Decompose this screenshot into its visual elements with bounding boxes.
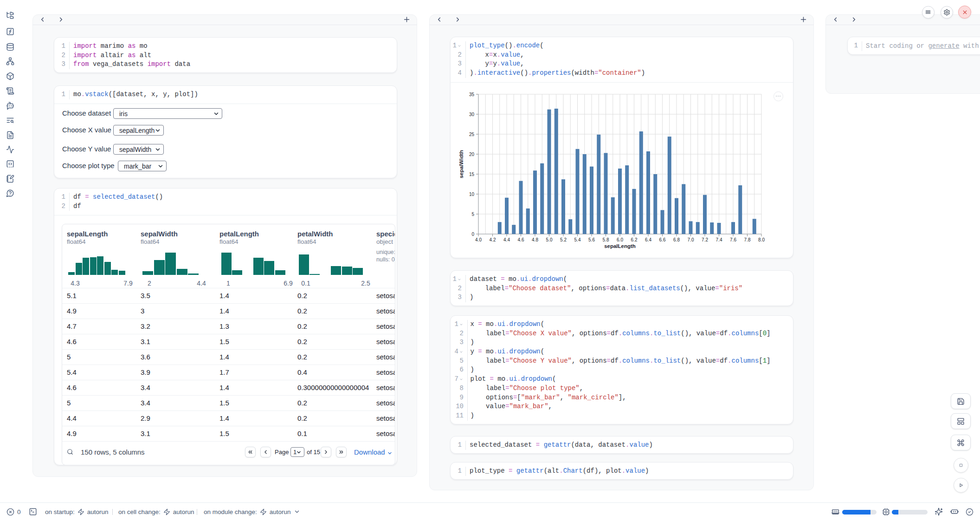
svg-text:6.0: 6.0 [617, 237, 623, 242]
svg-text:35: 35 [469, 92, 475, 97]
svg-text:6.4: 6.4 [645, 237, 651, 242]
svg-text:5.6: 5.6 [588, 237, 595, 242]
svg-text:7.6: 7.6 [730, 237, 736, 242]
svg-text:15: 15 [469, 172, 475, 177]
svg-text:5.2: 5.2 [560, 237, 567, 242]
svg-text:7.8: 7.8 [744, 237, 751, 242]
svg-text:6.6: 6.6 [659, 237, 666, 242]
svg-text:10: 10 [469, 192, 475, 197]
svg-text:4.8: 4.8 [532, 237, 538, 242]
svg-text:25: 25 [469, 132, 475, 137]
svg-text:7.4: 7.4 [716, 237, 722, 242]
svg-text:5: 5 [471, 212, 474, 217]
svg-text:8.0: 8.0 [758, 237, 765, 242]
svg-text:5.0: 5.0 [546, 237, 553, 242]
svg-text:7.2: 7.2 [702, 237, 708, 242]
svg-text:5.8: 5.8 [603, 237, 609, 242]
svg-text:4.4: 4.4 [503, 237, 510, 242]
svg-text:0: 0 [471, 232, 474, 237]
svg-text:4.2: 4.2 [490, 237, 496, 242]
svg-text:sepalWidth: sepalWidth [458, 150, 464, 178]
svg-text:30: 30 [469, 112, 475, 117]
svg-text:sepalLength: sepalLength [604, 243, 636, 249]
svg-text:4.6: 4.6 [518, 237, 524, 242]
svg-text:4.0: 4.0 [475, 237, 482, 242]
svg-text:7.0: 7.0 [688, 237, 694, 242]
svg-text:20: 20 [469, 152, 475, 157]
svg-text:5.4: 5.4 [574, 237, 581, 242]
svg-text:6.2: 6.2 [631, 237, 638, 242]
svg-text:6.8: 6.8 [673, 237, 680, 242]
